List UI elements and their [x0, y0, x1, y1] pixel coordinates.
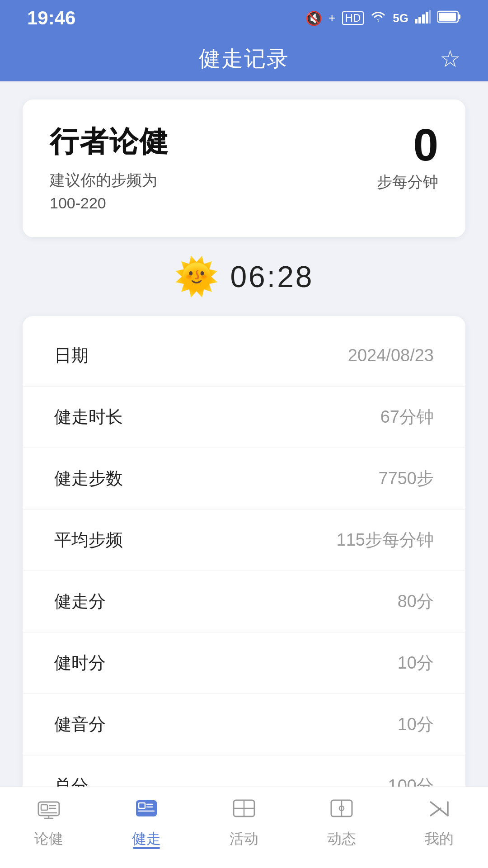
app-header: 健走记录 ☆ [0, 36, 488, 81]
mine-label: 我的 [425, 829, 454, 849]
svg-rect-4 [429, 10, 431, 24]
header-title: 健走记录 [199, 44, 289, 73]
detail-row-date: 日期 2024/08/23 [23, 325, 465, 387]
steps-label: 健走步数 [54, 467, 123, 490]
svg-rect-1 [418, 17, 421, 24]
nav-item-activity[interactable]: 活动 [195, 797, 293, 849]
svg-rect-3 [426, 12, 428, 24]
nav-item-dynamic[interactable]: 动态 [293, 797, 390, 849]
svg-line-28 [431, 808, 441, 816]
music-score-value: 10分 [398, 713, 434, 736]
mine-icon [427, 797, 451, 825]
stats-card-right: 0 步每分钟 [377, 122, 438, 193]
step-frequency-number: 0 [377, 122, 438, 167]
walk-active-indicator [133, 847, 160, 849]
star-button[interactable]: ☆ [440, 45, 461, 72]
walk-score-label: 健走分 [54, 590, 106, 613]
wifi-icon [370, 10, 386, 27]
detail-row-time-score: 健时分 10分 [23, 632, 465, 694]
nav-item-lunjiang[interactable]: 论健 [0, 797, 98, 849]
time-score-value: 10分 [398, 651, 434, 675]
detail-row-music-score: 健音分 10分 [23, 694, 465, 755]
duration-time: 06:28 [230, 259, 314, 294]
detail-row-walk-score: 健走分 80分 [23, 571, 465, 632]
stats-card: 行者论健 建议你的步频为100-220 0 步每分钟 [23, 99, 465, 237]
activity-icon [232, 797, 256, 825]
bottom-nav: 论健 健走 活动 [0, 787, 488, 868]
steps-value: 7750步 [378, 467, 434, 490]
music-score-label: 健音分 [54, 713, 106, 736]
time-row: 🌞 06:28 [23, 255, 465, 298]
date-label: 日期 [54, 344, 89, 367]
dynamic-icon [329, 797, 354, 825]
lunjiang-label: 论健 [34, 829, 63, 849]
detail-row-avg-freq: 平均步频 115步每分钟 [23, 509, 465, 571]
duration-label: 健走时长 [54, 406, 123, 429]
walk-icon [134, 797, 159, 825]
nav-item-mine[interactable]: 我的 [390, 797, 488, 849]
svg-rect-0 [415, 19, 418, 24]
bluetooth-icon: + [328, 11, 336, 25]
mute-icon: 🔇 [305, 10, 322, 26]
stats-card-left: 行者论健 建议你的步频为100-220 [50, 122, 169, 215]
time-score-label: 健时分 [54, 651, 106, 675]
detail-card: 日期 2024/08/23 健走时长 67分钟 健走步数 7750步 平均步频 … [23, 316, 465, 826]
avg-freq-value: 115步每分钟 [337, 528, 434, 552]
status-bar: 19:46 🔇 + HD 5G [0, 0, 488, 36]
dynamic-label: 动态 [327, 829, 356, 849]
nav-item-walk[interactable]: 健走 [98, 797, 195, 849]
walk-score-value: 80分 [398, 590, 434, 613]
main-content: 行者论健 建议你的步频为100-220 0 步每分钟 🌞 06:28 日期 20… [0, 81, 488, 844]
svg-text:⚡: ⚡ [460, 13, 461, 21]
stats-card-title: 行者论健 [50, 122, 169, 161]
5g-icon: 5G [393, 11, 408, 25]
status-icons: 🔇 + HD 5G ⚡ [305, 10, 461, 27]
duration-value: 67分钟 [380, 406, 434, 429]
hd-icon: HD [342, 11, 364, 25]
svg-rect-7 [439, 13, 456, 21]
avg-freq-label: 平均步频 [54, 528, 123, 552]
date-value: 2024/08/23 [348, 346, 434, 365]
lunjiang-icon [37, 797, 61, 825]
svg-rect-10 [41, 805, 47, 810]
step-frequency-unit: 步每分钟 [377, 172, 438, 193]
status-time: 19:46 [27, 7, 75, 29]
svg-rect-2 [422, 14, 425, 24]
battery-icon: ⚡ [437, 10, 461, 26]
detail-row-duration: 健走时长 67分钟 [23, 387, 465, 448]
sun-icon: 🌞 [174, 255, 219, 298]
activity-label: 活动 [230, 829, 258, 849]
stats-card-subtitle: 建议你的步频为100-220 [50, 169, 169, 215]
signal-icon [415, 10, 431, 27]
walk-label: 健走 [132, 829, 161, 849]
detail-row-steps: 健走步数 7750步 [23, 448, 465, 509]
